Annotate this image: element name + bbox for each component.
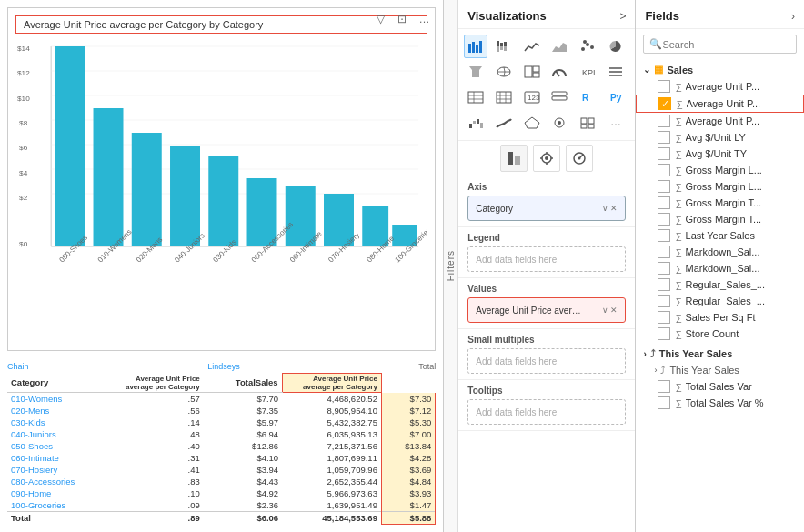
search-input[interactable] — [662, 39, 790, 50]
field-item-0-14[interactable]: ∑ Sales Per Sq Ft — [636, 309, 804, 326]
cell-avg: $4.84 — [381, 476, 435, 487]
viz-icon-pie[interactable] — [604, 35, 628, 58]
field-checkbox[interactable] — [658, 396, 670, 409]
field-item-1-1[interactable]: ∑ Total Sales Var % — [636, 395, 804, 411]
field-label: Gross Margin T... — [686, 197, 762, 208]
viz-expand-btn[interactable]: > — [619, 10, 626, 23]
viz-icon-custom2[interactable] — [548, 111, 571, 135]
values-field[interactable]: Average Unit Price aver… ∨ ✕ — [467, 297, 626, 323]
field-checkbox[interactable] — [658, 278, 670, 291]
viz-icon-custom3[interactable] — [576, 111, 599, 135]
field-checkbox[interactable] — [658, 131, 670, 144]
field-item-0-4[interactable]: ∑ Avg $/Unit TY — [636, 146, 804, 162]
viz-icon-more[interactable]: … — [604, 111, 628, 135]
viz-icon-bar[interactable] — [464, 35, 487, 58]
field-checkbox[interactable] — [658, 295, 670, 307]
viz-icon-waterfall[interactable] — [464, 111, 487, 135]
search-box[interactable]: 🔍 — [643, 35, 797, 54]
cell-total: 1,639,951.49 — [282, 499, 381, 512]
field-checkbox[interactable] — [658, 213, 670, 226]
field-item-0-7[interactable]: ∑ Gross Margin T... — [636, 195, 804, 211]
viz-icon-ribbon[interactable] — [492, 111, 516, 135]
viz-icon-line[interactable] — [520, 35, 544, 58]
field-item-0-5[interactable]: ∑ Gross Margin L... — [636, 162, 804, 178]
viz-icon-gauge[interactable] — [548, 60, 571, 84]
cell-v1: .48 — [118, 428, 204, 440]
svg-rect-38 — [472, 42, 475, 53]
field-checkbox[interactable] — [658, 180, 670, 193]
cell-total: 2,652,355.44 — [282, 476, 381, 487]
field-group-header-0[interactable]: ⌄▦Sales — [636, 61, 804, 78]
viz-icon-python[interactable]: Py — [604, 85, 628, 109]
viz-icon-treemap[interactable] — [520, 60, 544, 84]
field-checkbox[interactable] — [658, 196, 670, 209]
field-checkbox[interactable] — [658, 246, 670, 258]
viz-icon-custom1[interactable] — [520, 111, 544, 135]
viz-icon-funnel[interactable] — [464, 60, 487, 84]
subgroup-header-1[interactable]: ›⤴This Year Sales — [636, 362, 804, 378]
field-item-0-15[interactable]: ∑ Store Count — [636, 326, 804, 342]
field-item-0-6[interactable]: ∑ Gross Margin L... — [636, 178, 804, 195]
field-item-0-3[interactable]: ∑ Avg $/Unit LY — [636, 129, 804, 146]
sigma-icon: ∑ — [675, 382, 681, 392]
viz-icon-table[interactable] — [464, 85, 487, 109]
cell-total: 45,184,553.69 — [282, 512, 381, 525]
field-checkbox[interactable] — [658, 164, 670, 176]
viz-icon-matrix[interactable] — [492, 85, 516, 109]
field-group-header-1[interactable]: ›⤴This Year Sales — [636, 346, 804, 362]
cell-avg: $4.28 — [381, 452, 435, 464]
field-item-0-9[interactable]: ∑ Last Year Sales — [636, 227, 804, 244]
format-icon[interactable] — [533, 145, 560, 172]
field-checkbox[interactable] — [658, 80, 670, 93]
axis-field[interactable]: Category ∨ ✕ — [467, 196, 626, 221]
field-item-1-0[interactable]: ∑ Total Sales Var — [636, 378, 804, 395]
field-checkbox[interactable] — [658, 311, 670, 324]
viz-icon-area[interactable] — [548, 35, 571, 58]
viz-icon-stacked[interactable] — [492, 35, 516, 58]
legend-field[interactable]: Add data fields here — [467, 246, 626, 272]
field-item-0-1[interactable]: ✓ ∑ Average Unit P... — [636, 95, 804, 113]
total-label: Total — [418, 362, 436, 371]
field-item-0-13[interactable]: ∑ Regular_Sales_... — [636, 293, 804, 309]
table-row: 060-Intimate .31 $4.10 1,807,699.11 $4.2… — [7, 452, 436, 464]
filter-icon[interactable]: ▽ — [371, 10, 389, 28]
svg-line-58 — [556, 71, 559, 76]
sigma-icon: ∑ — [675, 264, 681, 274]
field-item-0-2[interactable]: ∑ Average Unit P... — [636, 113, 804, 129]
field-checkbox[interactable] — [658, 147, 670, 160]
viz-icon-scatter[interactable] — [576, 35, 599, 58]
viz-icon-kpi[interactable]: KPI — [576, 60, 599, 84]
viz-icon-card[interactable]: 123 — [520, 85, 544, 109]
svg-point-99 — [578, 157, 581, 160]
axis-chevron[interactable]: ∨ ✕ — [602, 204, 618, 213]
field-item-0-11[interactable]: ∑ Markdown_Sal... — [636, 260, 804, 276]
more-icon[interactable]: … — [415, 10, 433, 28]
viz-icon-r[interactable]: R — [576, 85, 599, 109]
values-icons[interactable]: ∨ ✕ — [602, 306, 618, 315]
cell-category: 100-Groceries — [7, 499, 118, 512]
viz-icon-map[interactable] — [492, 60, 516, 84]
field-item-0-12[interactable]: ∑ Regular_Sales_... — [636, 276, 804, 293]
field-item-0-0[interactable]: ∑ Average Unit P... — [636, 78, 804, 95]
focus-icon[interactable]: ⊡ — [393, 10, 411, 28]
viz-icon-multirow[interactable] — [548, 85, 571, 109]
field-checkbox[interactable] — [658, 380, 670, 393]
viz-icon-slicer[interactable] — [604, 60, 628, 84]
field-checkbox[interactable] — [658, 262, 670, 275]
field-checkbox[interactable] — [658, 327, 670, 340]
field-checkbox[interactable] — [658, 229, 670, 242]
sigma-icon: ∑ — [675, 182, 681, 192]
fields-expand[interactable]: › — [791, 10, 795, 23]
field-item-0-10[interactable]: ∑ Markdown_Sal... — [636, 244, 804, 260]
small-multiples-field[interactable]: Add data fields here — [467, 348, 626, 374]
field-item-0-8[interactable]: ∑ Gross Margin T... — [636, 211, 804, 227]
field-checkbox[interactable]: ✓ — [658, 97, 671, 110]
table-row: 070-Hosiery .41 $3.94 1,059,709.96 $3.69 — [7, 464, 436, 476]
svg-rect-86 — [588, 118, 594, 124]
analytics-icon[interactable] — [566, 145, 593, 172]
build-icon[interactable] — [500, 145, 528, 172]
field-label: Store Count — [686, 328, 739, 339]
tooltips-field[interactable]: Add data fields here — [467, 399, 626, 425]
svg-point-48 — [581, 47, 585, 51]
field-checkbox[interactable] — [658, 115, 670, 127]
